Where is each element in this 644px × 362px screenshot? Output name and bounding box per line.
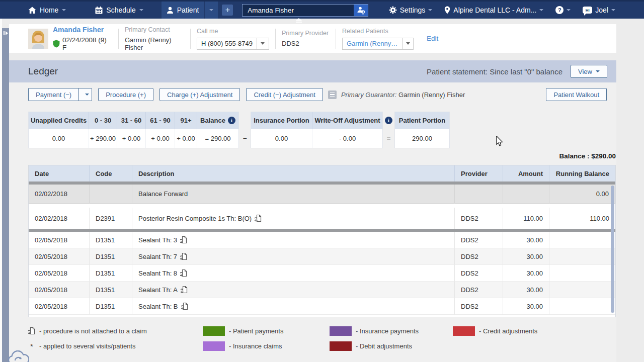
- patient-tab-dropdown[interactable]: [205, 2, 218, 19]
- primary-guarantor-label: Primary Guarantor:: [341, 91, 397, 99]
- related-patients-select[interactable]: Garmin (Renny) Fisher ...: [342, 38, 414, 50]
- unattached-claim-icon: [180, 252, 187, 260]
- nav-home[interactable]: Home: [23, 2, 71, 19]
- cloud-sync-icon: [7, 350, 29, 362]
- guarantor-note-icon: [328, 90, 337, 99]
- info-icon[interactable]: i: [385, 117, 392, 124]
- unattached-claim-icon-wrap: [28, 327, 36, 335]
- legend-note-item: - procedure is not attached to a claim: [28, 326, 147, 336]
- cell-date: 02/05/2018: [29, 282, 90, 298]
- nav-schedule-label: Schedule: [106, 6, 135, 14]
- ledger-content-panel: Payment (−) Procedure (+) Charge (+) Adj…: [9, 82, 616, 362]
- edit-patient-link[interactable]: Edit: [427, 35, 438, 42]
- table-row[interactable]: 02/05/2018D1351Sealant Th: 8 DDS230.00: [29, 265, 615, 282]
- recent-patients-button[interactable]: [354, 4, 368, 17]
- divider: [190, 29, 191, 49]
- legend-color-column: - Credit adjustments: [453, 326, 537, 341]
- related-patients-label: Related Patients: [342, 28, 414, 35]
- patient-clock-icon: [357, 6, 365, 15]
- nav-location[interactable]: Alpine Dental LLC - Adm...: [440, 2, 548, 19]
- minus-sign: −: [243, 129, 247, 148]
- ledger-actions-row: Payment (−) Procedure (+) Charge (+) Adj…: [28, 88, 607, 101]
- table-row[interactable]: 02/05/2018D1351Sealant Th: A DDS230.00: [29, 282, 615, 298]
- cell-running-balance: [549, 265, 615, 282]
- nav-settings-label: Settings: [400, 6, 426, 14]
- aging-header-label: 61 - 90: [150, 117, 170, 124]
- asterisk-symbol: *: [28, 342, 36, 350]
- chevron-down-icon: [402, 38, 413, 49]
- chevron-down-icon: [611, 9, 615, 13]
- aging-header-label: Unapplied Credits: [31, 117, 87, 124]
- legend-color-column: - Patient payments- Insurance claims: [203, 326, 283, 356]
- cell-running-balance: 110.00: [549, 208, 615, 229]
- aging-header-label: Balance: [200, 117, 225, 124]
- cell-description: Sealant Th: 8: [132, 265, 455, 282]
- description-text: Sealant Th: 7: [138, 253, 177, 260]
- credit-adjustment-button[interactable]: Credit (−) Adjustment: [246, 88, 323, 101]
- info-icon[interactable]: i: [228, 117, 235, 124]
- patient-search-input[interactable]: [242, 4, 354, 17]
- nav-schedule[interactable]: Schedule: [90, 2, 148, 19]
- nav-patient-tab[interactable]: Patient: [162, 2, 204, 19]
- patient-name-link[interactable]: Amanda Fisher: [53, 26, 112, 34]
- call-me-label: Call me: [197, 28, 269, 35]
- chevron-down-icon: [596, 70, 600, 74]
- legend-color-swatch: [330, 326, 352, 336]
- chevron-down-icon: [428, 9, 432, 13]
- patient-walkout-button[interactable]: Patient Walkout: [546, 88, 607, 101]
- divider: [275, 29, 276, 49]
- patient-portion-table: Patient Portion 290.00: [394, 112, 450, 148]
- legend-color-text: - Insurance payments: [356, 327, 419, 335]
- cell-date: 02/05/2018: [29, 232, 90, 248]
- cell-description: Sealant Th: B: [132, 298, 455, 315]
- view-button[interactable]: View: [571, 65, 607, 78]
- description-text: Sealant Th: 3: [138, 236, 177, 244]
- table-row[interactable]: 02/02/2018D2391Posterior Resin Composite…: [29, 208, 615, 229]
- table-row[interactable]: 02/02/2018Balance Forward0.00: [29, 185, 615, 204]
- description-text: Posterior Resin Composite 1s Th: B(O): [138, 215, 252, 222]
- column-header-amount: Amount: [503, 165, 549, 182]
- procedure-button[interactable]: Procedure (+): [98, 88, 153, 101]
- nav-help[interactable]: ?: [551, 2, 575, 19]
- description-text: Balance Forward: [138, 190, 188, 198]
- vertical-scrollbar-thumb[interactable]: [611, 186, 614, 313]
- insurance-header-cell: Insurance Portion: [251, 112, 312, 129]
- cell-date: 02/05/2018: [29, 298, 90, 315]
- chevron-down-icon[interactable]: [62, 9, 66, 13]
- payment-dropdown-button[interactable]: [78, 88, 92, 101]
- patient-portion-value: 290.00: [395, 129, 449, 148]
- table-row[interactable]: 02/05/2018D1351Sealant Th: 7 DDS230.00: [29, 248, 615, 265]
- call-me-select[interactable]: H (800) 555-8749: [197, 38, 269, 50]
- table-row[interactable]: 02/05/2018D1351Sealant Th: 3 DDS230.00: [29, 232, 615, 248]
- nav-user[interactable]: Hi Joel: [578, 2, 620, 19]
- add-patient-button[interactable]: +: [222, 5, 233, 16]
- unattached-claim-icon: [181, 286, 188, 294]
- related-patients-value: Garmin (Renny) Fisher ...: [343, 40, 402, 47]
- cell-provider: DDS2: [455, 298, 503, 315]
- legend-color-swatch: [203, 341, 225, 351]
- patient-statement-text: Patient statement: Since last "0" balanc…: [427, 67, 562, 76]
- gear-icon: [389, 6, 397, 14]
- nav-home-label: Home: [40, 6, 58, 14]
- cell-provider: [455, 185, 503, 204]
- unattached-claim-icon: [255, 214, 262, 222]
- payment-button[interactable]: Payment (−): [28, 88, 78, 101]
- cell-date: 02/02/2018: [29, 208, 90, 229]
- charge-adjustment-button[interactable]: Charge (+) Adjustment: [159, 88, 240, 101]
- collapse-panel-icon[interactable]: [295, 18, 302, 23]
- chevron-down-icon[interactable]: [139, 9, 143, 13]
- cell-description: Sealant Th: A: [132, 282, 455, 298]
- charge-adjustment-label: Charge (+) Adjustment: [167, 91, 232, 99]
- patient-walkout-label: Patient Walkout: [553, 91, 599, 99]
- cell-code: D1351: [90, 298, 132, 315]
- aging-values-row: 0.00+ 290.00+ 0.00+ 0.00+ 0.00= 290.00: [29, 129, 238, 148]
- column-header-running-balance: Running Balance: [549, 165, 615, 182]
- equals-sign: =: [386, 129, 390, 148]
- cell-description: Sealant Th: 3: [132, 232, 455, 248]
- unattached-claim-icon: [180, 236, 187, 244]
- collapsed-sidebar-strip[interactable]: [2, 28, 9, 362]
- table-row[interactable]: 02/05/2018D1351Sealant Th: B DDS230.00: [29, 298, 615, 315]
- nav-settings[interactable]: Settings: [384, 2, 437, 19]
- unattached-claim-icon: [181, 302, 188, 310]
- aging-value-cell: 0.00: [29, 129, 89, 148]
